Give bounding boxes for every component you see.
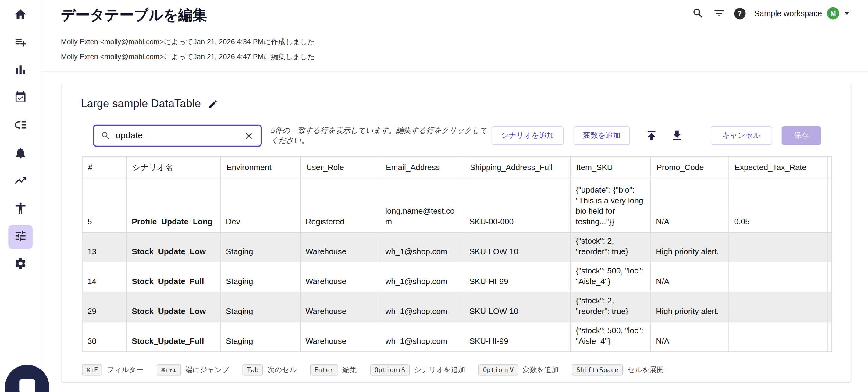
table-cell[interactable]: Staging	[221, 292, 301, 322]
table-cell[interactable]: 0.05	[729, 178, 828, 232]
table-cell-clipped	[828, 178, 832, 232]
table-cell[interactable]: wh_1@shop.com	[380, 232, 464, 262]
table-cell[interactable]	[729, 262, 828, 292]
column-header[interactable]: Promo_Code	[651, 156, 729, 178]
table-cell[interactable]: Stock_Update_Full	[126, 322, 221, 352]
table-cell[interactable]: {"stock": 2, "reorder": true}	[570, 292, 651, 322]
search-icon	[101, 131, 111, 141]
table-cell[interactable]: Stock_Update_Low	[126, 292, 221, 322]
table-cell[interactable]: Warehouse	[300, 232, 380, 262]
table-cell[interactable]: Stock_Update_Full	[126, 262, 221, 292]
table-cell[interactable]: long.name@test.com	[380, 178, 464, 232]
column-header[interactable]: #	[82, 156, 126, 178]
column-header[interactable]: シナリオ名	[126, 156, 221, 178]
metadata: Molly Exten <molly@mabl.com>によってJan 21, …	[41, 34, 868, 64]
table-cell[interactable]: Stock_Update_Low	[126, 232, 221, 262]
column-header[interactable]: Expected_Tax_Rate	[729, 156, 828, 178]
table-cell[interactable]: Dev	[221, 178, 301, 232]
main-content: データテーブルを編集 ? Sample workspace M Molly Ex…	[41, 0, 868, 383]
filter-icon[interactable]	[713, 7, 725, 20]
table-cell[interactable]: wh_1@shop.com	[380, 292, 464, 322]
search-icon[interactable]	[691, 7, 704, 20]
shortcut-keys: Enter	[310, 364, 338, 375]
add-scenario-button[interactable]: シナリオを追加	[492, 126, 563, 145]
sidebar-item-settings[interactable]	[8, 252, 33, 277]
table-cell[interactable]: {"stock": 500, "loc": "Aisle_4"}	[570, 262, 651, 292]
table-row[interactable]: 30Stock_Update_FullStagingWarehousewh_1@…	[82, 322, 832, 352]
download-icon[interactable]	[670, 128, 684, 143]
edit-name-icon[interactable]	[208, 99, 218, 109]
table-cell[interactable]	[729, 292, 828, 322]
table-row[interactable]: 14Stock_Update_FullStagingWarehousewh_1@…	[82, 262, 832, 292]
sidebar	[0, 0, 41, 392]
sidebar-item-results[interactable]	[8, 114, 33, 139]
save-button[interactable]: 保存	[782, 126, 821, 145]
shortcut-keys: Tab	[243, 364, 263, 375]
shortcut-hint: Enter編集	[310, 364, 357, 375]
workspace-menu[interactable]: Sample workspace M	[754, 7, 850, 20]
table-body: 5Profile_Update_LongDevRegisteredlong.na…	[82, 178, 832, 352]
table-cell[interactable]: {"stock": 2, "reorder": true}	[570, 232, 651, 262]
table-row[interactable]: 13Stock_Update_LowStagingWarehousewh_1@s…	[82, 232, 832, 262]
data-table: #シナリオ名EnvironmentUser_RoleEmail_AddressS…	[82, 156, 832, 352]
sidebar-item-configuration[interactable]	[8, 225, 33, 249]
table-cell[interactable]: Registered	[300, 178, 380, 232]
playlist-add-icon	[14, 35, 27, 51]
sidebar-item-tests[interactable]	[8, 31, 33, 56]
table-cell[interactable]: SKU-HI-99	[464, 262, 570, 292]
column-header[interactable]: Item_SKU	[570, 156, 651, 178]
shortcut-hint: ⌘+Fフィルター	[82, 364, 144, 375]
table-cell[interactable]: High priority alert.	[651, 292, 729, 322]
add-variable-button[interactable]: 変数を追加	[574, 126, 630, 145]
table-cell[interactable]: wh_1@shop.com	[380, 322, 464, 352]
clear-search-icon[interactable]	[243, 130, 254, 141]
sidebar-item-home[interactable]	[8, 3, 33, 28]
column-header-clipped	[828, 156, 832, 178]
chat-bubble-icon	[18, 378, 37, 392]
table-row[interactable]: 5Profile_Update_LongDevRegisteredlong.na…	[82, 178, 832, 232]
table-cell[interactable]: wh_1@shop.com	[380, 262, 464, 292]
table-cell[interactable]: {"stock": 500, "loc": "Aisle_4"}	[570, 322, 651, 352]
sidebar-item-coverage[interactable]	[8, 59, 33, 83]
sidebar-item-schedule[interactable]	[8, 86, 33, 111]
table-cell[interactable]: SKU-LOW-10	[464, 292, 570, 322]
column-header[interactable]: Environment	[221, 156, 301, 178]
match-message: 5件の一致する行を表示しています。編集する行をクリックしてください。	[271, 126, 492, 145]
table-cell[interactable]: SKU-LOW-10	[464, 232, 570, 262]
table-cell[interactable]: SKU-00-000	[464, 178, 570, 232]
table-cell[interactable]: N/A	[651, 262, 729, 292]
table-cell[interactable]: Staging	[221, 232, 301, 262]
column-header[interactable]: Shipping_Address_Full	[464, 156, 570, 178]
shortcut-keys: ⌘+↑↓	[157, 364, 181, 375]
table-cell[interactable]: Staging	[221, 322, 301, 352]
shortcut-hint: Option+Sシナリオを追加	[370, 364, 465, 375]
search-input[interactable]: update	[93, 125, 262, 147]
column-header[interactable]: Email_Address	[380, 156, 464, 178]
table-cell[interactable]: Warehouse	[300, 262, 380, 292]
help-icon[interactable]: ?	[734, 8, 745, 19]
table-cell[interactable]: {"update": {"bio": "This is a very long …	[570, 178, 651, 232]
table-cell[interactable]: SKU-HI-99	[464, 322, 570, 352]
table-cell-clipped	[828, 322, 832, 352]
table-cell[interactable]: Staging	[221, 262, 301, 292]
sidebar-item-notifications[interactable]	[8, 142, 33, 166]
table-cell[interactable]: Warehouse	[300, 322, 380, 352]
shortcut-label: 端にジャンプ	[185, 365, 229, 375]
upload-icon[interactable]	[644, 128, 659, 143]
table-row[interactable]: 29Stock_Update_LowStagingWarehousewh_1@s…	[82, 292, 832, 322]
cancel-button[interactable]: キャンセル	[711, 126, 772, 145]
chevron-down-icon	[844, 11, 850, 15]
bar-chart-icon	[14, 63, 27, 79]
table-cell[interactable]: Profile_Update_Long	[126, 178, 221, 232]
column-header[interactable]: User_Role	[300, 156, 380, 178]
table-cell[interactable]	[729, 232, 828, 262]
table-cell[interactable]: High priority alert.	[651, 232, 729, 262]
table-cell[interactable]: N/A	[651, 322, 729, 352]
sidebar-item-insights[interactable]	[8, 170, 33, 194]
results-icon	[14, 119, 27, 134]
table-cell[interactable]: Warehouse	[300, 292, 380, 322]
table-cell[interactable]: N/A	[651, 178, 729, 232]
sidebar-item-accessibility[interactable]	[8, 197, 33, 221]
table-cell[interactable]	[729, 322, 828, 352]
topbar: データテーブルを編集 ? Sample workspace M	[41, 0, 868, 26]
